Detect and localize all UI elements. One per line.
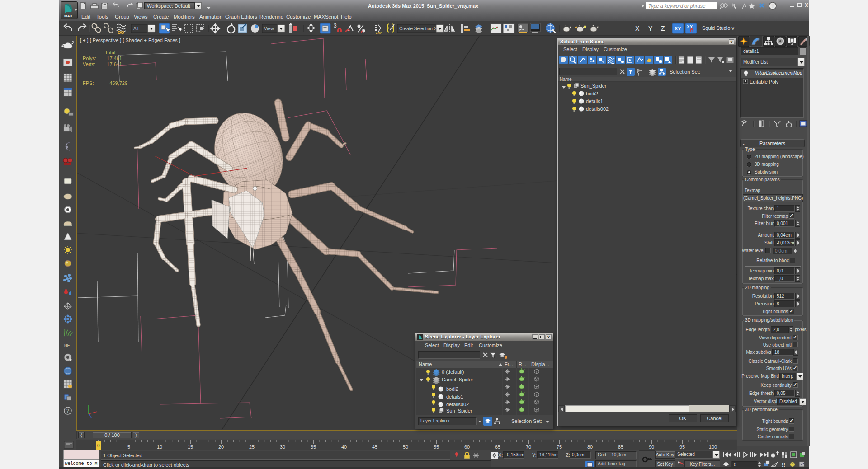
svg-text:20: 20 [218,444,224,450]
svg-text:100: 100 [709,444,717,450]
svg-text:65: 65 [495,444,500,450]
svg-text:All: All [133,26,138,31]
svg-text:75: 75 [557,444,562,450]
svg-text:0 (default): 0 (default) [442,369,464,375]
svg-text:17 461: 17 461 [107,56,122,61]
svg-text:Sun_Spider: Sun_Spider [580,83,607,89]
svg-text:17 641: 17 641 [107,61,122,67]
svg-text:80: 80 [587,444,593,450]
svg-text:Polys:: Polys: [83,56,96,61]
svg-text:XY: XY [675,26,681,31]
svg-text:details002: details002 [446,402,469,407]
svg-text:FPS:: FPS: [83,80,94,86]
svg-text:30: 30 [280,444,285,450]
svg-text:View: View [264,26,274,31]
svg-text:Create Selection Se: Create Selection Se [399,26,439,31]
svg-text:Camel_Spider: Camel_Spider [442,377,473,382]
svg-text:[ + ] [ Perspective ] [ Shaded: [ + ] [ Perspective ] [ Shaded + Edged F… [80,38,180,43]
svg-text:55: 55 [434,444,439,450]
svg-text:details002: details002 [586,106,609,112]
svg-text:Selection Set:: Selection Set: [670,69,700,75]
svg-text:Sun_Spider: Sun_Spider [446,408,472,413]
svg-text:HF: HF [64,343,70,347]
svg-text:Y: Y [648,25,653,32]
svg-text:3: 3 [334,23,337,29]
svg-text:50: 50 [403,444,408,450]
svg-text:15: 15 [188,444,193,450]
svg-text:X: X [635,25,640,32]
svg-text:5: 5 [127,444,130,450]
svg-text:10: 10 [157,444,162,450]
svg-text:60: 60 [464,444,470,450]
svg-text:details1: details1 [586,98,603,104]
svg-text:Total: Total [105,50,115,55]
svg-text:459,729: 459,729 [109,80,127,86]
svg-text:bodi2: bodi2 [446,386,458,392]
svg-text:95: 95 [679,444,685,450]
svg-text:Squid Studio v: Squid Studio v [702,25,734,31]
svg-text:Z: Z [661,25,665,32]
svg-text:0: 0 [97,443,100,448]
svg-text:35: 35 [311,444,316,450]
svg-text:bodi2: bodi2 [586,91,598,96]
svg-text:90: 90 [649,444,654,450]
svg-text:?: ? [771,3,774,9]
svg-text:Verts:: Verts: [83,61,95,67]
svg-text:ABC: ABC [376,32,382,35]
svg-text:70: 70 [526,444,531,450]
svg-text:85: 85 [618,444,623,450]
svg-text:25: 25 [249,444,255,450]
svg-text:40: 40 [341,444,347,450]
svg-text:details1: details1 [446,394,463,399]
svg-text:45: 45 [372,444,377,450]
svg-text:MAX: MAX [64,14,72,18]
svg-text:?: ? [66,408,69,413]
